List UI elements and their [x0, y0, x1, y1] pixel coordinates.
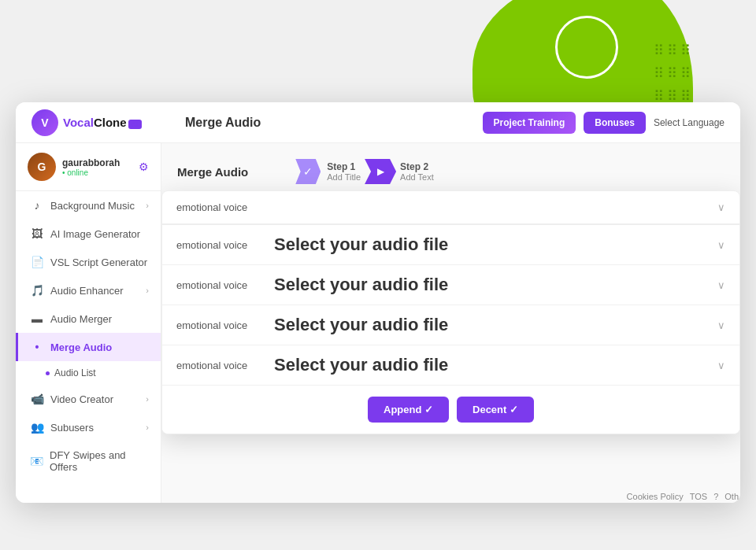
- arrow-icon: ▶: [377, 166, 384, 177]
- dfy-icon: 📧: [30, 455, 43, 467]
- avatar: G: [28, 153, 56, 181]
- sidebar-item-audio-enhancer[interactable]: 🎵 Audio Enhancer ›: [16, 276, 161, 305]
- step2-text: Step 2 Add Text: [400, 161, 434, 182]
- gear-icon[interactable]: ⚙: [139, 161, 149, 173]
- page-header: Merge Audio ✓ Step 1 Add Title ▶: [177, 159, 724, 184]
- sidebar-label-merge-audio: Merge Audio: [50, 341, 112, 353]
- dots-decoration: [654, 39, 701, 87]
- select-language-button[interactable]: Select Language: [654, 117, 724, 128]
- sidebar: G gaurabborah • online ⚙ ♪ Background Mu…: [16, 143, 161, 503]
- sidebar-item-dfy[interactable]: 📧 DFY Swipes and Offers: [16, 441, 161, 481]
- footer-tos[interactable]: TOS: [690, 492, 707, 501]
- dropdown-chevron-3: ∨: [717, 319, 725, 331]
- circle-decoration: [555, 16, 618, 79]
- dot-icon: [46, 371, 50, 375]
- footer: Cookies Policy TOS ? Oth: [627, 492, 739, 501]
- nav-buttons: Project Training Bonuses Select Language: [483, 112, 724, 134]
- script-icon: 📄: [30, 256, 44, 268]
- steps-area: ✓ Step 1 Add Title ▶ Step 2 Add Text: [295, 159, 433, 184]
- dropdown-row-1[interactable]: emotional voice Select your audio file ∨: [162, 225, 739, 265]
- dropdown-top-chevron: ∨: [717, 201, 725, 213]
- dropdown-label-2: emotional voice: [176, 279, 263, 291]
- logo-text: VocalCloneAI: [63, 116, 142, 129]
- chevron-icon-4: ›: [146, 423, 149, 432]
- step1-box: ✓ Step 1 Add Title: [295, 159, 361, 184]
- video-icon: 📹: [30, 393, 44, 405]
- bonuses-button[interactable]: Bonuses: [584, 112, 646, 134]
- dropdown-label-1: emotional voice: [176, 239, 263, 251]
- dropdown-row-4[interactable]: emotional voice Select your audio file ∨: [162, 345, 739, 386]
- dropdown-chevron-4: ∨: [717, 360, 725, 371]
- user-info: G gaurabborah • online ⚙: [16, 143, 161, 191]
- project-training-button[interactable]: Project Training: [483, 112, 576, 134]
- dropdown-row-2[interactable]: emotional voice Select your audio file ∨: [162, 265, 739, 305]
- music-icon: ♪: [30, 199, 44, 212]
- step1-check-icon: ✓: [295, 159, 321, 184]
- append-button[interactable]: Append ✓: [368, 397, 449, 423]
- sidebar-item-subusers[interactable]: 👥 Subusers ›: [16, 413, 161, 441]
- sidebar-label-audio-enhancer: Audio Enhancer: [50, 285, 124, 297]
- decent-button[interactable]: Decent ✓: [457, 397, 534, 423]
- dropdown-select-text-4: Select your audio file: [274, 355, 706, 375]
- sidebar-label-subusers: Subusers: [50, 422, 94, 434]
- step2-box: Step 2 Add Text: [400, 161, 434, 182]
- sidebar-item-merge-audio[interactable]: • Merge Audio: [16, 333, 161, 361]
- image-icon: 🖼: [30, 227, 44, 240]
- sidebar-label-dfy: DFY Swipes and Offers: [50, 449, 149, 473]
- dropdown-label-4: emotional voice: [176, 360, 263, 371]
- dropdown-label-3: emotional voice: [176, 319, 263, 331]
- page-area: Merge Audio ✓ Step 1 Add Title ▶: [161, 143, 740, 503]
- sidebar-item-audio-list[interactable]: Audio List: [16, 361, 161, 385]
- dropdown-top-row[interactable]: emotional voice ∨: [162, 191, 739, 225]
- dropdown-row-3[interactable]: emotional voice Select your audio file ∨: [162, 305, 739, 345]
- logo-ai-badge: AI: [128, 120, 142, 129]
- sidebar-item-video-creator[interactable]: 📹 Video Creator ›: [16, 385, 161, 413]
- page-title: Merge Audio: [177, 116, 483, 130]
- merge-icon: •: [30, 341, 44, 353]
- sidebar-label-audio-merger: Audio Merger: [50, 313, 112, 325]
- enhancer-icon: 🎵: [30, 284, 44, 297]
- navbar: V VocalCloneAI Merge Audio Project Train…: [16, 102, 740, 143]
- sidebar-label-vsl: VSL Script Generator: [50, 257, 147, 268]
- sidebar-label-video-creator: Video Creator: [50, 393, 113, 405]
- chevron-icon-2: ›: [146, 286, 149, 295]
- dropdown-actions: Append ✓ Decent ✓: [162, 386, 739, 434]
- dropdown-chevron-2: ∨: [717, 279, 725, 291]
- user-name-area: gaurabborah • online: [62, 157, 132, 177]
- step1-text: Step 1 Add Title: [327, 161, 361, 182]
- sidebar-item-audio-merger[interactable]: ▬ Audio Merger: [16, 305, 161, 333]
- logo-icon: V: [32, 109, 58, 136]
- step2-arrow: ▶: [365, 159, 396, 184]
- main-content: G gaurabborah • online ⚙ ♪ Background Mu…: [16, 143, 740, 503]
- user-status: • online: [62, 168, 132, 177]
- sidebar-label-background-music: Background Music: [50, 200, 135, 212]
- app-window: V VocalCloneAI Merge Audio Project Train…: [16, 102, 740, 503]
- sidebar-label-ai-image: AI Image Generator: [50, 228, 140, 240]
- chevron-icon-3: ›: [146, 394, 149, 404]
- sidebar-label-audio-list: Audio List: [54, 367, 96, 378]
- logo-area: V VocalCloneAI: [32, 109, 177, 136]
- sidebar-item-background-music[interactable]: ♪ Background Music ›: [16, 191, 161, 220]
- dropdown-overlay: emotional voice ∨ emotional voice Select…: [161, 190, 740, 434]
- chevron-icon: ›: [146, 201, 149, 210]
- dropdown-select-text-2: Select your audio file: [274, 275, 706, 295]
- merger-icon: ▬: [30, 312, 44, 325]
- users-icon: 👥: [30, 421, 44, 434]
- user-name: gaurabborah: [62, 157, 132, 168]
- sidebar-item-vsl[interactable]: 📄 VSL Script Generator: [16, 248, 161, 276]
- dropdown-select-text-3: Select your audio file: [274, 315, 706, 335]
- dropdown-select-text-1: Select your audio file: [274, 234, 706, 255]
- dropdown-chevron-1: ∨: [717, 239, 725, 251]
- footer-help[interactable]: ?: [713, 492, 718, 501]
- sidebar-item-ai-image[interactable]: 🖼 AI Image Generator: [16, 220, 161, 248]
- dropdown-top-label: emotional voice: [176, 201, 717, 213]
- footer-other[interactable]: Oth: [724, 492, 739, 501]
- page-header-title: Merge Audio: [177, 165, 248, 179]
- footer-cookies[interactable]: Cookies Policy: [627, 492, 684, 501]
